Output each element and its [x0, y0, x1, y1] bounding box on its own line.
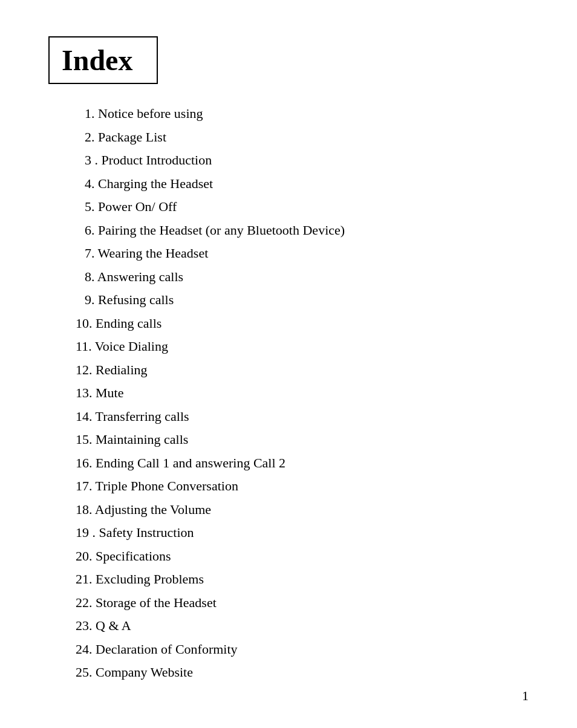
- list-item: 22. Storage of the Headset: [48, 591, 529, 615]
- list-item: 3 . Product Introduction: [48, 149, 529, 172]
- list-item: 13. Mute: [48, 382, 529, 405]
- list-item: 20. Specifications: [48, 545, 529, 568]
- list-item: 14. Transferring calls: [48, 405, 529, 429]
- list-item: 15. Maintaining calls: [48, 428, 529, 452]
- list-item: 23. Q & A: [48, 614, 529, 638]
- list-item: 17. Triple Phone Conversation: [48, 475, 529, 498]
- list-item: 12. Redialing: [48, 359, 529, 382]
- page-title: Index: [62, 44, 132, 77]
- list-item: 4. Charging the Headset: [48, 172, 529, 196]
- list-item: 25. Company Website: [48, 661, 529, 684]
- page-number: 1: [522, 688, 529, 704]
- list-item: 19 . Safety Instruction: [48, 521, 529, 545]
- index-list: 1. Notice before using2. Package List3 .…: [48, 102, 529, 684]
- list-item: 21. Excluding Problems: [48, 568, 529, 591]
- list-item: 8. Answering calls: [48, 265, 529, 289]
- list-item: 11. Voice Dialing: [48, 335, 529, 359]
- title-box: Index: [48, 36, 158, 84]
- list-item: 7. Wearing the Headset: [48, 242, 529, 265]
- list-item: 16. Ending Call 1 and answering Call 2: [48, 452, 529, 475]
- list-item: 5. Power On/ Off: [48, 195, 529, 219]
- list-item: 24. Declaration of Conformity: [48, 638, 529, 661]
- page: Index 1. Notice before using2. Package L…: [0, 0, 577, 728]
- list-item: 9. Refusing calls: [48, 288, 529, 312]
- list-item: 10. Ending calls: [48, 312, 529, 336]
- list-item: 18. Adjusting the Volume: [48, 498, 529, 522]
- list-item: 1. Notice before using: [48, 102, 529, 126]
- list-item: 6. Pairing the Headset (or any Bluetooth…: [48, 219, 529, 242]
- list-item: 2. Package List: [48, 126, 529, 149]
